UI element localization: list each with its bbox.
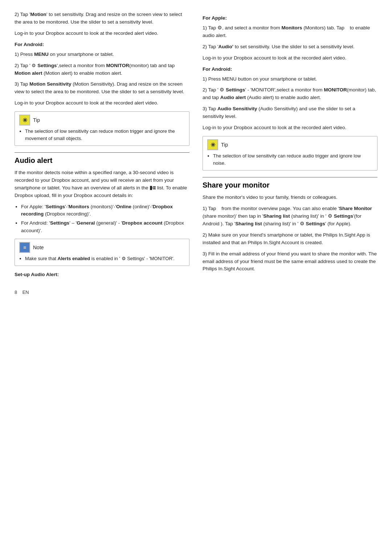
- page-lang: EN: [23, 290, 29, 295]
- divider-share: [203, 177, 377, 177]
- tip-header-right: ✳ Tip: [207, 139, 373, 150]
- for-android-heading-1: For Android:: [15, 41, 189, 49]
- share-step2: 2) Make sure on your friend's smartphone…: [203, 231, 377, 247]
- tip-list-right: The selection of low sensitivity can red…: [213, 152, 373, 167]
- page-number: 8: [15, 290, 17, 295]
- tip-item-right: The selection of low sensitivity can red…: [213, 152, 373, 167]
- android-step1: 1) Press MENU on your smartphone or tabl…: [15, 51, 189, 58]
- bullet-android: For Android: 'Settings' – 'General (gene…: [21, 219, 189, 234]
- apple-step2: 2) Tap 'Audio' to set sensitivity. Use t…: [203, 43, 377, 51]
- note-header: ≡ Note: [19, 242, 185, 253]
- right-android-step1: 1) Press MENU button on your smartphone …: [203, 75, 377, 83]
- apple-dropbox-para: Log-in to your Dropbox account to look a…: [203, 54, 377, 62]
- left-column: 2) Tap 'Motion' to set sensitivity. Drag…: [15, 11, 189, 295]
- note-box: ≡ Note Make sure that Alerts enabled is …: [15, 239, 189, 266]
- share-para1: Share the monitor's video to your family…: [203, 194, 377, 201]
- share-step1: 1) Tap from the monitor overview page. Y…: [203, 205, 377, 228]
- tip-item: The selection of low sensitivity can red…: [25, 128, 185, 142]
- share-monitor-heading: Share your monitor: [203, 181, 377, 189]
- setup-audio-heading: Set-up Audio Alert:: [15, 271, 189, 279]
- share-step3: 3) Fill in the email address of your fri…: [203, 250, 377, 273]
- right-android-dropbox: Log-in to your Dropbox account to look a…: [203, 124, 377, 132]
- right-android-step3: 3) Tap Audio Sensitivity (Audio Sensitiv…: [203, 105, 377, 120]
- tip-icon: ✳: [19, 115, 30, 126]
- for-android-heading-2: For Android:: [203, 66, 377, 73]
- tip-icon-right: ✳: [207, 139, 218, 150]
- note-item: Make sure that Alerts enabled is enabled…: [25, 255, 185, 262]
- right-android-step2: 2) Tap ' ⚙ Settings' - 'MONITOR',select …: [203, 86, 377, 102]
- intro-para1: 2) Tap 'Motion' to set sensitivity. Drag…: [15, 11, 189, 26]
- audio-alert-para1: If the monitor detects noise within a sp…: [15, 169, 189, 200]
- tip-box-audio: ✳ Tip The selection of low sensitivity c…: [203, 136, 377, 171]
- android-dropbox-para: Log-in to your Dropbox account to look a…: [15, 99, 189, 107]
- note-icon: ≡: [19, 242, 30, 253]
- tip-label: Tip: [33, 117, 40, 123]
- tip-list: The selection of low sensitivity can red…: [25, 128, 185, 142]
- right-column: For Apple: 1) Tap ⚙, and select a monito…: [203, 11, 377, 295]
- page-footer: 8 EN: [15, 290, 189, 295]
- audio-alert-bullets: For Apple: 'Settings'-'Monitors (monitor…: [21, 203, 189, 234]
- apple-step1: 1) Tap ⚙, and select a monitor from Moni…: [203, 24, 377, 40]
- bullet-apple: For Apple: 'Settings'-'Monitors (monitor…: [21, 203, 189, 218]
- audio-alert-heading: Audio alert: [15, 156, 189, 165]
- note-list: Make sure that Alerts enabled is enabled…: [25, 255, 185, 262]
- tip-label-right: Tip: [221, 142, 228, 148]
- for-apple-heading: For Apple:: [203, 15, 377, 22]
- android-step3: 3) Tap Motion Sensitivity (Motion Sensit…: [15, 81, 189, 96]
- tip-header: ✳ Tip: [19, 115, 185, 126]
- android-step2: 2) Tap ' ⚙ Settings',select a monitor fr…: [15, 62, 189, 77]
- tip-box-motion: ✳ Tip The selection of low sensitivity c…: [15, 111, 189, 146]
- intro-para2: Log-in to your Dropbox account to look a…: [15, 30, 189, 37]
- note-label: Note: [33, 245, 44, 250]
- divider-audio: [15, 152, 189, 153]
